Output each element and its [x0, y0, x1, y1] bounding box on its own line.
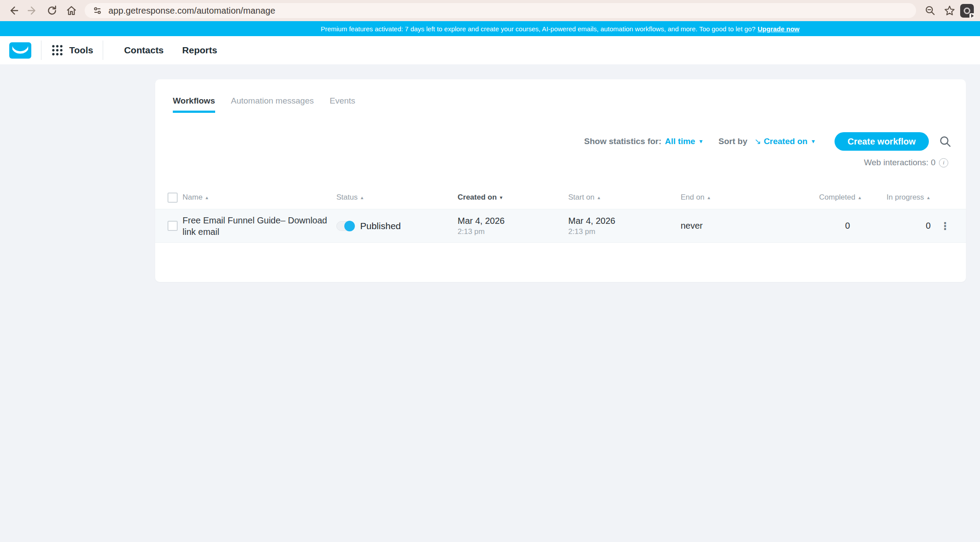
- nav-reports[interactable]: Reports: [182, 45, 217, 56]
- tab-automation-messages[interactable]: Automation messages: [231, 96, 314, 113]
- tools-menu[interactable]: Tools: [51, 44, 93, 56]
- publish-toggle[interactable]: [336, 221, 354, 231]
- nav-divider: [41, 41, 41, 60]
- start-date: Mar 4, 2026: [568, 216, 681, 226]
- end-on-cell: never: [681, 221, 819, 231]
- statistics-range-dropdown[interactable]: All time: [665, 137, 695, 146]
- sort-direction-icon[interactable]: ↘: [754, 137, 761, 146]
- sort-asc-icon: ▲: [205, 195, 209, 200]
- back-icon: [7, 5, 19, 16]
- column-header-start-on[interactable]: Start on▲: [568, 193, 681, 202]
- completed-count: 0: [819, 221, 856, 231]
- row-menu-button[interactable]: ⋮: [937, 222, 954, 230]
- reload-button[interactable]: [43, 2, 61, 19]
- getresponse-logo-icon[interactable]: [9, 42, 31, 59]
- extension-icon: [964, 7, 970, 14]
- bookmark-button[interactable]: [941, 2, 958, 19]
- extension-button[interactable]: [960, 4, 974, 18]
- upgrade-now-link[interactable]: Upgrade now: [758, 25, 800, 33]
- start-on-cell: Mar 4, 2026 2:13 pm: [568, 216, 681, 236]
- toggle-knob: [344, 221, 355, 231]
- reload-icon: [46, 5, 58, 16]
- created-time: 2:13 pm: [458, 227, 568, 236]
- sort-desc-icon: ▼: [499, 195, 503, 200]
- column-header-completed[interactable]: Completed▲: [819, 193, 856, 202]
- url-input[interactable]: app.getresponse.com/automation/manage: [108, 6, 275, 16]
- back-button[interactable]: [4, 2, 22, 19]
- tools-label: Tools: [69, 45, 93, 56]
- apps-grid-icon: [51, 44, 63, 56]
- zoom-out-icon: [924, 5, 936, 16]
- select-all-checkbox[interactable]: [168, 193, 178, 203]
- zoom-button[interactable]: [921, 2, 939, 19]
- row-checkbox[interactable]: [168, 221, 178, 231]
- web-interactions-row: Web interactions: 0 i: [155, 158, 966, 167]
- info-icon[interactable]: i: [939, 158, 948, 167]
- column-header-in-progress[interactable]: In progress▲: [856, 193, 937, 202]
- url-bar[interactable]: app.getresponse.com/automation/manage: [85, 3, 916, 18]
- create-workflow-button[interactable]: Create workflow: [835, 132, 929, 151]
- chevron-down-icon[interactable]: ▼: [698, 138, 704, 145]
- forward-button[interactable]: [24, 2, 41, 19]
- in-progress-count: 0: [856, 221, 937, 231]
- status-cell: Published: [336, 221, 458, 231]
- column-header-end-on[interactable]: End on▲: [681, 193, 819, 202]
- tab-workflows[interactable]: Workflows: [173, 96, 215, 113]
- home-button[interactable]: [63, 2, 80, 19]
- premium-banner: Premium features activated: 7 days left …: [0, 21, 980, 36]
- page-background: Workflows Automation messages Events Sho…: [0, 64, 980, 542]
- column-header-name[interactable]: Name▲: [183, 193, 336, 202]
- search-icon: [939, 135, 952, 148]
- workflow-name-link[interactable]: Free Email Funnel Guide– Download link e…: [183, 215, 328, 238]
- created-date: Mar 4, 2026: [458, 216, 568, 226]
- chevron-down-icon[interactable]: ▼: [811, 138, 816, 145]
- web-interactions-label: Web interactions: 0: [864, 158, 935, 167]
- tune-icon: [93, 6, 102, 15]
- app-navbar: Tools Contacts Reports: [0, 36, 980, 64]
- forward-icon: [27, 5, 38, 16]
- start-time: 2:13 pm: [568, 227, 681, 236]
- extension-badge-icon: [969, 13, 975, 19]
- sort-by-label: Sort by: [719, 137, 747, 146]
- sort-asc-icon: ▲: [707, 195, 711, 200]
- home-icon: [66, 5, 77, 16]
- created-on-cell: Mar 4, 2026 2:13 pm: [458, 216, 568, 236]
- table-row: Free Email Funnel Guide– Download link e…: [155, 209, 966, 243]
- table-header: Name▲ Status▲ Created on▼ Start on▲ End …: [155, 191, 966, 204]
- workflows-card: Workflows Automation messages Events Sho…: [155, 79, 966, 282]
- star-icon: [943, 4, 956, 17]
- show-statistics-label: Show statistics for:: [584, 137, 661, 146]
- search-button[interactable]: [938, 134, 953, 149]
- controls-row: Show statistics for: All time ▼ Sort by …: [155, 132, 966, 151]
- column-header-status[interactable]: Status▲: [336, 193, 458, 202]
- tab-bar: Workflows Automation messages Events: [155, 79, 966, 113]
- nav-contacts[interactable]: Contacts: [124, 45, 164, 56]
- browser-toolbar: app.getresponse.com/automation/manage: [0, 0, 980, 21]
- sort-by-dropdown[interactable]: Created on: [764, 137, 807, 146]
- tab-events[interactable]: Events: [330, 96, 355, 113]
- sort-asc-icon: ▲: [597, 195, 601, 200]
- column-header-created-on[interactable]: Created on▼: [458, 193, 568, 202]
- sort-asc-icon: ▲: [360, 195, 364, 200]
- status-label: Published: [360, 221, 401, 231]
- nav-divider: [103, 41, 103, 60]
- sort-asc-icon: ▲: [926, 195, 931, 200]
- banner-text: Premium features activated: 7 days left …: [320, 25, 755, 33]
